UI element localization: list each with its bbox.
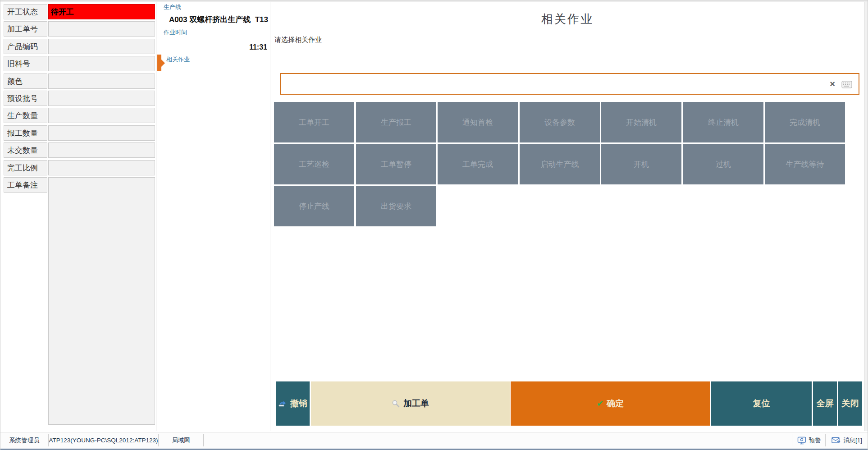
job-tile-process-patrol[interactable]: 工艺巡检 [274,144,354,184]
envelope-icon [831,437,841,444]
status-network: 局域网 [159,432,203,449]
select-job-prompt: 请选择相关作业 [274,36,322,44]
field-label-product-code: 产品编码 [4,39,47,54]
status-divider [792,434,792,446]
worksheet-button-label: 加工单 [403,398,429,409]
confirm-button-label: 确定 [607,398,624,409]
monitor-gear-icon [797,436,806,445]
field-value-workorder-remark [48,177,155,425]
window-top-edge [0,0,868,2]
right-scroll-track[interactable] [864,2,868,431]
field-value-undelivered-qty [48,142,155,158]
reset-button-label: 复位 [753,398,770,409]
close-button[interactable]: 关闭 [838,381,862,426]
status-divider [825,434,826,446]
field-value-preset-batch [48,91,155,106]
job-tile-machine-on[interactable]: 开机 [601,144,681,184]
job-search-input[interactable] [281,74,859,94]
panel-divider-left [156,2,156,431]
status-divider [203,434,204,446]
check-icon: ✔ [597,399,603,409]
job-tile-production-report[interactable]: 生产报工 [356,102,436,142]
field-value-reported-qty [48,125,155,141]
close-button-label: 关闭 [842,398,859,409]
job-tile-stop-cleaning[interactable]: 终止清机 [683,102,763,142]
selected-item-indicator-icon [157,55,161,71]
job-tile-stop-line[interactable]: 停止产线 [274,186,354,226]
undo-button-label: 撤销 [290,398,307,409]
production-line-label: 生产线 [164,3,181,11]
worksheet-button[interactable]: 加工单 [311,381,510,426]
reset-button[interactable]: 复位 [711,381,812,426]
job-tile-equipment-params[interactable]: 设备参数 [520,102,600,142]
panel-separator [157,71,270,71]
job-tile-line-waiting[interactable]: 生产线等待 [765,144,845,184]
field-label-production-qty: 生产数量 [4,108,47,123]
job-search-box: × [280,73,859,95]
job-tile-shipment-request[interactable]: 出货要求 [356,186,436,226]
work-time-label: 作业时间 [164,28,187,37]
field-label-completion-ratio: 完工比例 [4,160,47,175]
field-label-start-status: 开工状态 [4,4,47,19]
status-user: 系统管理员 [0,432,48,449]
job-tile-machine-pass[interactable]: 过机 [683,144,763,184]
field-label-workorder-remark: 工单备注 [4,177,47,193]
field-value-start-status: 待开工 [48,4,155,19]
page-title: 相关作业 [271,11,864,27]
keyboard-icon[interactable] [841,81,852,88]
panel-item-related-jobs[interactable]: 相关作业 [166,55,190,64]
status-connection: ATP123(YOUNG-PC\SQL2012:ATP123) [49,432,158,449]
panel-divider-right [270,2,270,431]
job-tile-workorder-pause[interactable]: 工单暂停 [356,144,436,184]
job-tile-start-cleaning[interactable]: 开始清机 [601,102,681,142]
field-value-workorder-no [48,21,155,37]
undo-button[interactable]: 撤销 [276,381,310,426]
confirm-button[interactable]: ✔ 确定 [511,381,710,426]
fullscreen-button-label: 全屏 [817,398,834,409]
status-divider [276,434,276,446]
field-value-production-qty [48,108,155,123]
field-value-completion-ratio [48,160,155,175]
field-value-product-code [48,39,155,54]
undo-icon [278,400,287,407]
field-label-preset-batch: 预设批号 [4,91,47,106]
field-value-color [48,73,155,89]
selected-item-indicator-tip-icon [161,60,165,67]
job-tile-workorder-start[interactable]: 工单开工 [274,102,354,142]
field-label-color: 颜色 [4,73,47,89]
clear-icon[interactable]: × [830,79,835,89]
messages-status-button[interactable]: 消息[1] [828,432,866,449]
alert-label: 预警 [809,436,821,445]
field-label-old-part-no: 旧料号 [4,56,47,71]
app-window: 开工状态 待开工 加工单号 产品编码 旧料号 颜色 预设批号 生产数量 报工数量… [0,0,868,450]
production-line-value: A003 双螺杆挤出生产线 T13 [158,14,268,25]
field-label-reported-qty: 报工数量 [4,125,47,141]
messages-label: 消息[1] [843,436,862,445]
job-tile-finish-cleaning[interactable]: 完成清机 [765,102,845,142]
alert-status-button[interactable]: 预警 [795,432,823,449]
field-label-undelivered-qty: 未交数量 [4,142,47,158]
fullscreen-button[interactable]: 全屏 [813,381,837,426]
job-tile-notify-first-inspection[interactable]: 通知首检 [438,102,518,142]
work-time-value: 11:31 [158,43,267,51]
job-tile-workorder-finish[interactable]: 工单完成 [438,144,518,184]
field-label-workorder-no: 加工单号 [4,21,47,37]
magnifier-icon [392,399,400,408]
job-tile-start-line[interactable]: 启动生产线 [520,144,600,184]
field-value-old-part-no [48,56,155,71]
